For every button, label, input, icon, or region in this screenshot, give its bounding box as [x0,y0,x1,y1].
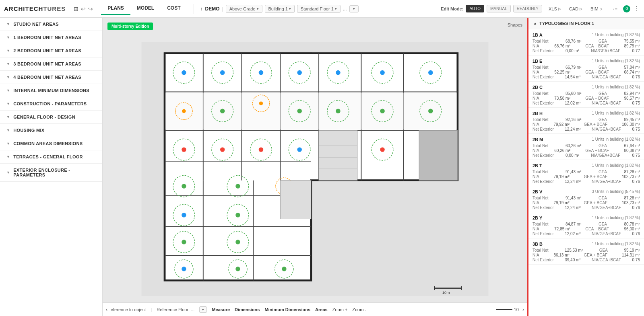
typology-id: 2B M [533,137,543,142]
gea-label: GEA [599,65,607,70]
svg-rect-86 [419,130,458,180]
building-dropdown[interactable]: Building 1 ▾ [265,5,295,13]
nia-gea-bcaf-label: NIA/GEA+BCAF [592,205,621,210]
sidebar-item-general-floor[interactable]: ▼ GENERAL FLOOR - DESIGN [0,111,102,124]
floor-dropdown[interactable]: Standard Floor 1 ▾ [297,5,341,13]
more-options-icon[interactable]: ⋮ [634,5,640,12]
areas-btn[interactable]: Areas [315,307,328,312]
floor-plan[interactable]: 10m [115,42,515,296]
nia-gea-bcaf-label: NIA/GEA+BCAF [591,49,620,53]
svg-point-72 [182,240,186,244]
chevron-icon: ▼ [6,115,10,119]
total-net-value: 66,79 m² [566,65,581,70]
sidebar-item-housing-mix[interactable]: ▼ HOUSING MIX [0,124,102,137]
sidebar-item-4bed[interactable]: ▼ 4 BEDROOM UNIT NET AREAS [0,71,102,84]
nia-value: 68,76 m² [554,44,570,48]
collapse-icon[interactable]: ▲ [533,21,537,25]
gea-value: 89,45 m² [624,117,640,122]
grid-icon[interactable]: ⊞ [74,6,78,12]
minimum-dimensions-btn[interactable]: Minimum Dimensions [264,307,310,312]
svg-rect-18 [165,92,457,129]
gea-bcaf-value: 103,73 m² [622,174,640,179]
sidebar-item-1bed[interactable]: ▼ 1 BEDROOM UNIT NET AREAS [0,31,102,44]
canvas-area[interactable]: Multi-storey Edition Shapes [103,18,527,316]
typology-title: 2B Y 1 Units in building (1,82 %) [533,215,640,220]
reference-floor-dropdown[interactable]: ▾ [199,306,207,313]
typology-item[interactable]: 2B C 1 Units in building (1,82 %) Total … [528,82,644,108]
gea-bcaf-label: GEA + BCAF [585,96,609,101]
sidebar-item-label: CONSTRUCTION - PARAMETERS [13,101,87,106]
redo-icon[interactable]: ↪ [88,6,93,12]
typology-total-net-row: Total Net 85,60 m² GEA 82,94 m² [533,91,640,96]
chevron-icon: ▼ [6,35,10,39]
list-export-btn[interactable]: →≡ [608,5,620,12]
gea-label: GEA [599,222,607,226]
typology-total-net-row: Total Net 125,53 m² GEA 95,19 m² [533,248,640,252]
zoom-out-btn[interactable]: Zoom - [352,307,366,312]
net-exterior-label: Net Exterior [533,101,554,105]
extra-dropdown[interactable]: ▾ [349,5,359,12]
tab-cost[interactable]: COST [161,2,187,15]
cad-export-btn[interactable]: CAD ▷ [567,5,585,12]
sidebar-item-label: 1 BEDROOM UNIT NET AREAS [13,35,81,40]
tab-plans[interactable]: PLANS [101,2,130,15]
typology-units: 1 Units in building (1,82 %) [592,59,640,64]
chevron-icon: ▼ [6,49,10,53]
nia-value: 86,13 m² [553,253,569,257]
chevron-icon: ▼ [6,75,10,79]
typology-item[interactable]: 2B Y 1 Units in building (1,82 %) Total … [528,212,644,238]
nav-left-arrow[interactable]: ‹ [103,302,111,316]
sidebar-item-internal-min[interactable]: ▼ INTERNAL MINIMUM DIMENSIONS [0,84,102,97]
sidebar-item-common-areas[interactable]: ▼ COMMON AREAS DIMENSIONS [0,137,102,150]
auto-mode-btn[interactable]: AUTO [466,5,484,12]
gea-bcaf-value: 98,57 m² [624,96,640,101]
notification-badge[interactable]: 0 [623,5,630,12]
typology-id: 1B E [533,59,542,64]
sidebar-item-exterior[interactable]: ▼ EXTERIOR ENCLOSURE - PARAMETERS [0,164,102,182]
typology-item[interactable]: 1B E 1 Units in building (1,82 %) Total … [528,55,644,82]
svg-point-56 [336,109,340,113]
gea-label: GEA [599,170,607,174]
total-net-value: 60,26 m² [566,144,581,148]
typology-item[interactable]: 1B A 1 Units in building (1,82 %) Total … [528,29,644,55]
nav-right-arrow[interactable]: › [519,302,527,316]
nia-value: 52,25 m² [554,70,570,74]
above-grade-dropdown[interactable]: Above Grade ▾ [226,5,262,13]
zoom-in-btn[interactable]: Zoom + [332,307,348,312]
typology-item[interactable]: 2B H 1 Units in building (1,82 %) Total … [528,108,644,134]
typology-item[interactable]: 2B M 1 Units in building (1,82 %) Total … [528,134,644,160]
gea-value: 87,28 m² [624,196,640,200]
sidebar-item-construction[interactable]: ▼ CONSTRUCTION - PARAMETERS [0,97,102,111]
dimensions-btn[interactable]: Dimensions [235,307,260,312]
typology-item[interactable]: 3B B 1 Units in building (1,82 %) Total … [528,238,644,265]
net-exterior-label: Net Exterior [533,179,554,184]
tab-model[interactable]: MODEL [130,2,161,15]
gea-label: GEA [599,248,608,252]
sidebar-item-studio[interactable]: ▼ STUDIO NET AREAS [0,18,102,31]
undo-icon[interactable]: ↩ [81,6,86,12]
measure-btn[interactable]: Measure [212,307,230,312]
nia-gea-bcaf-value: 0,76 [632,232,640,236]
right-panel-header: ▲ TYPOLOGIES IN FLOOR 1 [528,18,644,29]
sidebar-item-label: TERRACES - GENERAL FLOOR [13,154,83,159]
demo-section: ↑ DEMO | Above Grade ▾ Building 1 ▾ Stan… [200,5,359,13]
sidebar-item-terraces[interactable]: ▼ TERRACES - GENERAL FLOOR [0,150,102,164]
manual-mode-btn[interactable]: MANUAL [487,5,511,12]
sidebar-item-label: GENERAL FLOOR - DESIGN [13,115,75,119]
sidebar-item-3bed[interactable]: ▼ 3 BEDROOM UNIT NET AREAS [0,57,102,71]
bim-export-btn[interactable]: BIM ▷ [588,5,605,12]
svg-point-34 [182,147,186,152]
net-exterior-label: Net Exterior [533,127,554,131]
sidebar-item-2bed[interactable]: ▼ 2 BEDROOM UNIT NET AREAS [0,44,102,57]
gea-label: GEA [599,39,607,43]
typology-nia-row: NIA 79,92 m² GEA + BCAF 106,30 m² [533,122,640,127]
xls-export-btn[interactable]: XLS ▷ [546,5,564,12]
total-net-value: 91,43 m² [566,196,581,200]
net-exterior-value: 12,02 m² [565,232,580,236]
typology-item[interactable]: 2B V 3 Units in building (5,45 %) Total … [528,186,644,212]
typology-item[interactable]: 2B T 1 Units in building (1,82 %) Total … [528,160,644,186]
readonly-mode-btn[interactable]: READONLY [513,5,542,12]
net-exterior-value: 12,24 m² [565,179,580,184]
edit-mode-label: Edit Mode: [441,6,463,11]
nia-label: NIA [533,253,539,257]
